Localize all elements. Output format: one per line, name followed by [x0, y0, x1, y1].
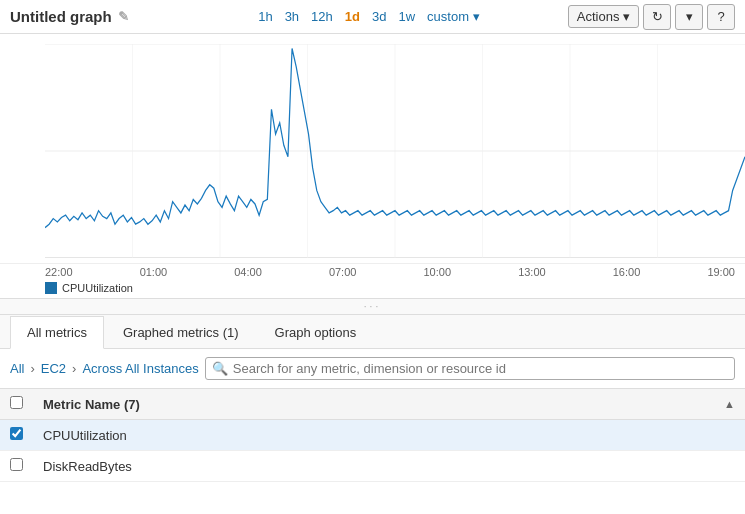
time-3d[interactable]: 3d — [372, 9, 386, 24]
row-2-checkbox-cell — [0, 451, 33, 482]
tabs-container: All metrics Graphed metrics (1) Graph op… — [0, 315, 745, 349]
chart-svg — [45, 44, 745, 258]
chart-container: 0.1 0.05 0 — [0, 34, 745, 264]
time-1d[interactable]: 1d — [345, 9, 360, 24]
app-header: Untitled graph ✎ 1h 3h 12h 1d 3d 1w cust… — [0, 0, 745, 34]
breadcrumb-all[interactable]: All — [10, 361, 24, 376]
x-label-2: 01:00 — [140, 266, 168, 278]
row-1-checkbox[interactable] — [10, 427, 23, 440]
search-wrapper: 🔍 — [205, 357, 735, 380]
th-metric-name: Metric Name (7) ▲ — [33, 389, 745, 420]
tab-graph-options[interactable]: Graph options — [258, 316, 374, 349]
th-metric-name-label: Metric Name (7) — [43, 397, 140, 412]
tab-all-metrics[interactable]: All metrics — [10, 316, 104, 349]
help-button[interactable]: ? — [707, 4, 735, 30]
table-header-row: Metric Name (7) ▲ — [0, 389, 745, 420]
row-2-metric-name[interactable]: DiskReadBytes — [33, 451, 745, 482]
x-label-5: 10:00 — [424, 266, 452, 278]
breadcrumb-sep-1: › — [30, 361, 34, 376]
breadcrumb-instances[interactable]: Across All Instances — [82, 361, 198, 376]
breadcrumb-sep-2: › — [72, 361, 76, 376]
legend-label: CPUUtilization — [62, 282, 133, 294]
row-1-metric-name[interactable]: CPUUtilization — [33, 420, 745, 451]
actions-button[interactable]: Actions ▾ — [568, 5, 639, 28]
header-actions: Actions ▾ ↻ ▾ ? — [568, 4, 735, 30]
edit-title-icon[interactable]: ✎ — [118, 9, 129, 24]
resize-handle[interactable]: ··· — [0, 298, 745, 315]
select-all-checkbox[interactable] — [10, 396, 23, 409]
x-label-1: 22:00 — [45, 266, 73, 278]
graph-title: Untitled graph — [10, 8, 112, 25]
x-label-4: 07:00 — [329, 266, 357, 278]
tab-graphed-metrics[interactable]: Graphed metrics (1) — [106, 316, 256, 349]
time-1h[interactable]: 1h — [258, 9, 272, 24]
time-1w[interactable]: 1w — [398, 9, 415, 24]
row-2-checkbox[interactable] — [10, 458, 23, 471]
th-checkbox — [0, 389, 33, 420]
row-1-checkbox-cell — [0, 420, 33, 451]
refresh-button[interactable]: ↻ — [643, 4, 671, 30]
breadcrumb-ec2[interactable]: EC2 — [41, 361, 66, 376]
time-controls: 1h 3h 12h 1d 3d 1w custom ▾ — [170, 9, 568, 24]
chart-area — [45, 44, 745, 258]
filter-bar: All › EC2 › Across All Instances 🔍 — [0, 349, 745, 389]
search-input[interactable] — [233, 361, 728, 376]
time-12h[interactable]: 12h — [311, 9, 333, 24]
x-axis: 22:00 01:00 04:00 07:00 10:00 13:00 16:0… — [0, 264, 745, 278]
time-3h[interactable]: 3h — [285, 9, 299, 24]
search-icon: 🔍 — [212, 361, 228, 376]
time-custom[interactable]: custom ▾ — [427, 9, 480, 24]
graph-title-container: Untitled graph ✎ — [10, 8, 170, 25]
metrics-table: Metric Name (7) ▲ CPUUtilization DiskRea… — [0, 389, 745, 482]
sort-arrow-icon[interactable]: ▲ — [724, 398, 735, 410]
table-row: DiskReadBytes — [0, 451, 745, 482]
legend-color-box — [45, 282, 57, 294]
x-label-7: 16:00 — [613, 266, 641, 278]
table-row: CPUUtilization — [0, 420, 745, 451]
chart-legend: CPUUtilization — [0, 278, 745, 298]
x-label-3: 04:00 — [234, 266, 262, 278]
dropdown-button[interactable]: ▾ — [675, 4, 703, 30]
x-label-8: 19:00 — [707, 266, 735, 278]
x-label-6: 13:00 — [518, 266, 546, 278]
